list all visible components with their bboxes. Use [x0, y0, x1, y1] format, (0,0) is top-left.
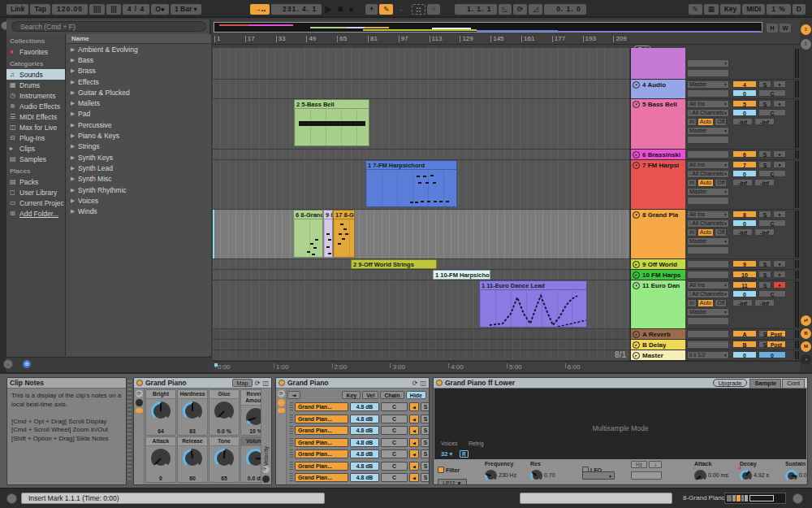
device-on-led[interactable] — [436, 380, 443, 386]
browser-list-item[interactable]: ▶Voices — [67, 195, 211, 206]
track-number-button[interactable]: 9 — [732, 260, 757, 267]
expand-arrow-icon[interactable]: ▶ — [71, 132, 78, 139]
chain-pan[interactable]: C — [381, 402, 408, 411]
track-color-block[interactable]: ▾7 FM Harpsi — [631, 160, 685, 209]
input-channel-chooser[interactable]: ⫶ All Channels▼ — [687, 109, 729, 117]
output-chooser[interactable]: Master▼ — [687, 237, 729, 245]
output-chooser[interactable]: Master▼ — [687, 127, 729, 135]
velocity-icon-1[interactable]: ⟳ — [262, 466, 270, 473]
sidebar-item-add-folder-[interactable]: ⊞Add Folder... — [6, 208, 65, 219]
chain-view-button-hide[interactable]: Hide — [406, 391, 426, 399]
chain-row[interactable]: Grand Pian...4.8 dBC◀S⟳ — [290, 402, 430, 412]
expand-arrow-icon[interactable]: ▶ — [71, 154, 78, 161]
chain-drag-handle[interactable] — [290, 402, 293, 411]
filter-type-chooser[interactable]: LP12 ▼ — [438, 479, 467, 485]
chain-row[interactable]: Grand Pian...4.8 dBC◀S⟳ — [290, 425, 430, 436]
track-grip[interactable] — [795, 150, 799, 158]
track-header-7 FM Harpsi[interactable]: ▾7 FM HarpsiAll Ins▼⫶ All Channels▼InAut… — [631, 160, 801, 210]
chain-pan[interactable]: C — [381, 473, 408, 482]
post-button[interactable]: Post — [767, 341, 786, 348]
show-io-icon[interactable]: ⇄ — [801, 315, 811, 326]
track-fold-icon[interactable]: ▸ — [633, 151, 640, 158]
info-toggle-icon[interactable] — [6, 493, 17, 504]
height-zoom-button[interactable]: H — [767, 24, 778, 33]
sampler-tab-cont[interactable]: Cont — [782, 379, 805, 388]
nudge-up-icon[interactable]: ||| — [106, 4, 120, 15]
nudge-down-icon[interactable]: |||| — [89, 4, 106, 15]
knob[interactable] — [214, 402, 234, 421]
input-channel-chooser[interactable]: ⫶ All Channels▼ — [687, 219, 729, 228]
chain-drag-handle[interactable] — [290, 449, 293, 458]
arm-button[interactable]: ● — [773, 100, 786, 107]
monitor-off[interactable]: Off — [715, 299, 727, 307]
chain-row[interactable]: Grand Pian...4.8 dBC◀S⟳ — [290, 461, 430, 471]
key-map-button[interactable]: Key — [720, 4, 741, 15]
velocity-icon-2[interactable] — [262, 475, 270, 483]
browser-list-item[interactable]: ▶Synth Lead — [67, 163, 211, 173]
sidebar-item-midi-effects[interactable]: ☰MIDI Effects — [6, 111, 65, 122]
track-number-button[interactable]: 10 — [732, 271, 757, 278]
chain-solo-button[interactable]: S — [421, 426, 430, 435]
monitor-off[interactable]: Off — [715, 179, 727, 187]
clip-6-8-Grand[interactable]: 6 8-Grand — [293, 210, 323, 258]
chain-row[interactable]: Grand Pian...4.8 dBC◀S⟳ — [290, 472, 430, 483]
clip-17-8-Gra[interactable]: 17 8-Gra — [333, 210, 355, 258]
pan-field[interactable]: C — [758, 290, 786, 297]
chain-volume[interactable]: 4.8 dB — [350, 449, 379, 458]
track-header-10 FM Harps[interactable]: ▸10 FM Harps10S● — [631, 270, 801, 280]
monitor-auto[interactable]: Auto — [698, 118, 714, 126]
track-color-block[interactable]: ▸Master — [631, 350, 685, 360]
retrig-toggle[interactable]: R — [460, 450, 469, 458]
browser-list-name-header[interactable]: Name — [67, 34, 211, 44]
device-chain-overview[interactable] — [724, 493, 786, 504]
track-fold-icon[interactable]: ▸ — [633, 331, 640, 338]
track-header-B Delay[interactable]: ▸B DelayBSPost — [631, 340, 801, 350]
browser-list-item[interactable]: ▶Pad — [67, 109, 211, 119]
track-color-block[interactable]: ▸9 Off World — [631, 259, 685, 269]
track-number-button[interactable]: B — [732, 341, 757, 348]
device-on-led[interactable] — [136, 380, 143, 386]
quantize-menu[interactable]: 1 Bar ▾ — [171, 4, 201, 15]
status-right-icon[interactable] — [793, 493, 803, 504]
solo-button[interactable]: S — [758, 271, 771, 278]
track-header-Master[interactable]: ▸Masterii ii 1/2▼00 — [631, 350, 801, 361]
arrangement-overview[interactable] — [214, 22, 762, 33]
chain-solo-button[interactable]: S — [421, 462, 430, 471]
macro-tone[interactable]: Tone65 — [209, 436, 240, 483]
pan-field[interactable]: C — [758, 109, 786, 116]
track-header-5 Bass Bell[interactable]: ▾5 Bass BellAll Ins▼⫶ All Channels▼InAut… — [631, 99, 801, 150]
track-fold-icon[interactable]: ▾ — [633, 81, 640, 89]
capture-midi-button[interactable]: ∷ — [412, 4, 426, 15]
chain-solo-button[interactable]: S — [421, 402, 430, 411]
track-lane-B Delay[interactable] — [213, 340, 629, 350]
knob[interactable] — [530, 470, 542, 482]
sidebar-item-samples[interactable]: ▤Samples — [6, 154, 65, 164]
knob[interactable] — [183, 449, 202, 468]
chain-solo-button[interactable]: S — [421, 438, 430, 447]
track-lane-5 Bass Bell[interactable] — [213, 99, 629, 150]
track-header-4 Audio[interactable]: ▾4 AudioMaster▼4S●0C — [631, 80, 801, 99]
expand-arrow-icon[interactable]: ▶ — [71, 122, 78, 128]
monitor-in[interactable]: In — [687, 228, 697, 237]
track-color-block[interactable] — [631, 48, 685, 79]
volume-field[interactable]: 0 — [732, 170, 757, 177]
output-chooser[interactable]: Master▼ — [687, 188, 729, 196]
track-number-button[interactable]: 6 — [732, 150, 757, 158]
track-grip[interactable] — [795, 330, 799, 338]
expand-arrow-icon[interactable]: ▶ — [71, 46, 78, 53]
sampler-tab-sample[interactable]: Sample — [749, 379, 781, 388]
lfo-hz-button[interactable]: Hz — [631, 461, 647, 468]
knob[interactable] — [183, 402, 202, 421]
knob[interactable] — [214, 449, 234, 468]
expand-arrow-icon[interactable]: ▶ — [71, 176, 78, 182]
monitor-in[interactable]: In — [687, 299, 697, 307]
track-number-button[interactable]: 4 — [732, 80, 757, 88]
sidebar-item-favorites[interactable]: ■Favorites — [6, 46, 65, 57]
empty-box[interactable] — [687, 330, 729, 338]
chain-solo-button[interactable]: S — [421, 415, 430, 423]
chain-drag-handle[interactable] — [290, 438, 293, 447]
master-volume-field[interactable]: 0 — [732, 351, 757, 358]
track-number-button[interactable]: 5 — [732, 100, 757, 107]
show-delay-icon[interactable]: ◑ — [801, 354, 811, 365]
rack-fold-icon[interactable]: ⟳ — [136, 390, 143, 397]
